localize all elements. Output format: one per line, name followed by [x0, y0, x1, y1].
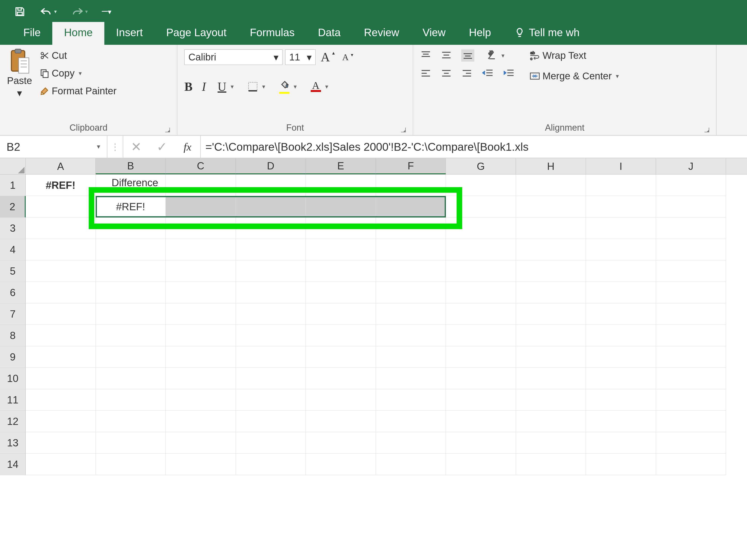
cut-button[interactable]: Cut [37, 49, 119, 62]
cell-I9[interactable] [586, 346, 656, 368]
cell-E6[interactable] [306, 282, 376, 303]
cell-J9[interactable] [656, 346, 726, 368]
col-header-A[interactable]: A [26, 158, 96, 174]
align-top-button[interactable] [420, 50, 431, 61]
merge-center-button[interactable]: Merge & Center ▾ [527, 69, 621, 83]
cell-H7[interactable] [516, 303, 586, 325]
cell-H4[interactable] [516, 239, 586, 260]
col-header-I[interactable]: I [586, 158, 656, 174]
cell-H12[interactable] [516, 411, 586, 432]
font-launcher-icon[interactable] [401, 128, 406, 132]
col-header-G[interactable]: G [446, 158, 516, 174]
col-header-H[interactable]: H [516, 158, 586, 174]
borders-button[interactable]: ▾ [246, 80, 267, 93]
cell-I13[interactable] [586, 432, 656, 454]
cell-D11[interactable] [236, 389, 306, 411]
cell-A2[interactable] [26, 196, 96, 217]
cell-B9[interactable] [96, 346, 166, 368]
redo-button[interactable]: ▾ [71, 6, 88, 17]
paste-button[interactable]: Paste ▾ [7, 49, 32, 99]
cell-F3[interactable] [376, 217, 446, 239]
cell-J14[interactable] [656, 454, 726, 475]
cell-G3[interactable] [446, 217, 516, 239]
cell-A4[interactable] [26, 239, 96, 260]
cell-E1[interactable] [306, 175, 376, 196]
cell-C8[interactable] [166, 325, 236, 346]
cell-D2[interactable] [236, 196, 306, 217]
cell-H2[interactable] [516, 196, 586, 217]
cell-I14[interactable] [586, 454, 656, 475]
tell-me-search[interactable]: Tell me wh [503, 22, 591, 45]
cell-D5[interactable] [236, 260, 306, 282]
row-header-5[interactable]: 5 [0, 260, 26, 282]
cell-A11[interactable] [26, 389, 96, 411]
cell-D1[interactable] [236, 175, 306, 196]
tab-view[interactable]: View [411, 22, 457, 45]
cell-B4[interactable] [96, 239, 166, 260]
tab-file[interactable]: File [12, 22, 52, 45]
cell-G13[interactable] [446, 432, 516, 454]
cell-H3[interactable] [516, 217, 586, 239]
tab-home[interactable]: Home [52, 22, 104, 45]
cell-A10[interactable] [26, 368, 96, 389]
cell-A7[interactable] [26, 303, 96, 325]
cell-J6[interactable] [656, 282, 726, 303]
align-right-button[interactable] [461, 69, 472, 79]
cell-B2[interactable]: #REF! [96, 196, 166, 217]
cell-H11[interactable] [516, 389, 586, 411]
cell-B3[interactable] [96, 217, 166, 239]
cell-G14[interactable] [446, 454, 516, 475]
undo-button[interactable]: ▾ [40, 6, 57, 17]
cell-H14[interactable] [516, 454, 586, 475]
cell-F11[interactable] [376, 389, 446, 411]
row-header-1[interactable]: 1 [0, 175, 26, 196]
cell-F5[interactable] [376, 260, 446, 282]
cell-E10[interactable] [306, 368, 376, 389]
cell-A5[interactable] [26, 260, 96, 282]
cell-B5[interactable] [96, 260, 166, 282]
cell-H8[interactable] [516, 325, 586, 346]
cell-E7[interactable] [306, 303, 376, 325]
cell-C7[interactable] [166, 303, 236, 325]
cell-D9[interactable] [236, 346, 306, 368]
cell-C5[interactable] [166, 260, 236, 282]
cell-C6[interactable] [166, 282, 236, 303]
row-header-8[interactable]: 8 [0, 325, 26, 346]
copy-button[interactable]: Copy ▾ [37, 66, 119, 80]
row-header-12[interactable]: 12 [0, 411, 26, 432]
cell-G11[interactable] [446, 389, 516, 411]
cell-C11[interactable] [166, 389, 236, 411]
cell-D14[interactable] [236, 454, 306, 475]
cell-B8[interactable] [96, 325, 166, 346]
cell-I2[interactable] [586, 196, 656, 217]
align-middle-button[interactable] [441, 50, 452, 61]
cell-G6[interactable] [446, 282, 516, 303]
cell-E12[interactable] [306, 411, 376, 432]
formula-bar-input[interactable]: ='C:\Compare\[Book2.xls]Sales 2000'!B2-'… [200, 136, 747, 158]
cell-F4[interactable] [376, 239, 446, 260]
cell-D7[interactable] [236, 303, 306, 325]
cell-B13[interactable] [96, 432, 166, 454]
cell-I4[interactable] [586, 239, 656, 260]
clipboard-launcher-icon[interactable] [165, 128, 170, 132]
row-header-2[interactable]: 2 [0, 196, 26, 217]
col-header-F[interactable]: F [376, 158, 446, 174]
cell-J8[interactable] [656, 325, 726, 346]
cell-G8[interactable] [446, 325, 516, 346]
cell-H13[interactable] [516, 432, 586, 454]
cell-E5[interactable] [306, 260, 376, 282]
bold-button[interactable]: B [184, 80, 192, 94]
align-bottom-button[interactable] [461, 50, 474, 61]
cell-F2[interactable] [376, 196, 446, 217]
cell-C1[interactable] [166, 175, 236, 196]
alignment-launcher-icon[interactable] [704, 128, 709, 132]
enter-formula-button[interactable]: ✓ [149, 136, 175, 158]
cell-I11[interactable] [586, 389, 656, 411]
cell-A6[interactable] [26, 282, 96, 303]
row-header-13[interactable]: 13 [0, 432, 26, 454]
cell-F10[interactable] [376, 368, 446, 389]
cell-G7[interactable] [446, 303, 516, 325]
font-name-combo[interactable]: Calibri ▾ [184, 50, 282, 65]
cell-J4[interactable] [656, 239, 726, 260]
cell-H6[interactable] [516, 282, 586, 303]
